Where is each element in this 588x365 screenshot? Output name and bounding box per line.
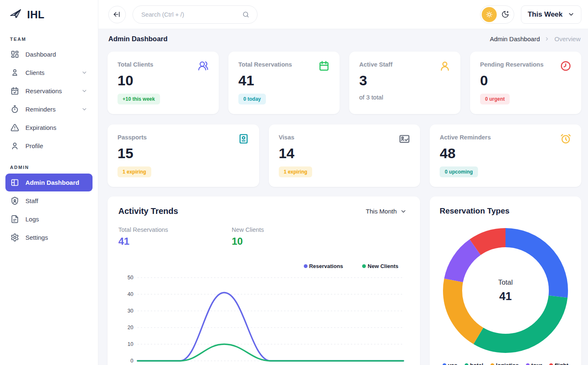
chevron-down-icon xyxy=(81,106,88,112)
donut-center-value: 41 xyxy=(499,290,512,303)
stat-label: Passports xyxy=(118,134,249,141)
sidebar-item-label: Reservations xyxy=(25,87,62,94)
sidebar-item-clients[interactable]: Clients xyxy=(5,64,93,82)
legend-label: flight xyxy=(555,362,568,365)
substat-total-reservations: Total Reservations 41 xyxy=(118,226,232,247)
file-text-icon xyxy=(10,215,19,223)
breadcrumb: Admin Dashboard Overview xyxy=(490,35,580,42)
sidebar-item-label: Dashboard xyxy=(25,51,56,58)
gear-icon xyxy=(10,233,19,242)
stat-card-active-reminders: Active Reminders 48 0 upcoming xyxy=(430,124,581,187)
stat-badge: 1 expiring xyxy=(279,166,313,177)
chevron-down-icon xyxy=(81,70,88,76)
svg-text:40: 40 xyxy=(128,291,133,297)
substat-value: 41 xyxy=(118,236,232,247)
stat-card-total-clients: Total Clients 10 +10 this week xyxy=(108,52,219,114)
passport-icon xyxy=(238,133,249,144)
stat-value: 48 xyxy=(440,146,571,160)
legend-item: New Clients xyxy=(362,263,398,269)
sidebar-item-expirations[interactable]: Expirations xyxy=(5,119,93,137)
substat-label: Total Reservations xyxy=(118,226,232,233)
sidebar-section-admin: ADMIN xyxy=(5,161,93,173)
stat-label: Visas xyxy=(279,134,410,141)
collapse-sidebar-button[interactable] xyxy=(108,6,126,23)
page-title: Admin Dashboard xyxy=(108,35,168,43)
stat-label: Total Reservations xyxy=(238,61,330,68)
reservation-types-card: Reservation Types Total 41 vashotellogis… xyxy=(430,196,581,365)
alarm-clock-icon xyxy=(560,133,571,144)
sidebar-item-logs[interactable]: Logs xyxy=(5,210,93,228)
sidebar-item-reminders[interactable]: Reminders xyxy=(5,100,93,118)
donut-legend-item: flight xyxy=(549,362,568,365)
light-mode-button[interactable] xyxy=(482,7,497,22)
dashboard-grid-icon xyxy=(10,50,19,59)
legend-label: logistics xyxy=(496,362,519,365)
activity-substats: Total Reservations 41 New Clients 10 xyxy=(118,226,409,247)
panel-layout-icon xyxy=(10,178,19,187)
stat-subtext: of 3 total xyxy=(359,94,450,101)
sidebar-item-admin-dashboard[interactable]: Admin Dashboard xyxy=(5,174,93,191)
sidebar-item-dashboard[interactable]: Dashboard xyxy=(5,45,93,63)
stats-row-2: Passports 15 1 expiring Visas 14 1 expir… xyxy=(108,124,581,187)
stat-badge: 0 urgent xyxy=(480,94,510,104)
arrow-left-from-line-icon xyxy=(113,10,121,18)
activity-period-dropdown[interactable]: This Month xyxy=(363,207,409,215)
stat-value: 15 xyxy=(118,146,249,160)
theme-toggle xyxy=(480,5,514,24)
stat-card-pending-reservations: Pending Reservations 0 0 urgent xyxy=(470,52,581,114)
sidebar-item-label: Settings xyxy=(25,234,48,241)
period-dropdown[interactable]: This Week xyxy=(521,5,581,24)
content: Admin Dashboard Admin Dashboard Overview… xyxy=(98,29,588,365)
dark-mode-button[interactable] xyxy=(498,7,513,22)
legend-dot xyxy=(362,264,366,268)
period-dropdown-value: This Week xyxy=(528,10,563,19)
sidebar-item-settings[interactable]: Settings xyxy=(5,228,93,246)
bottom-row: Activity Trends This Month Total Reserva… xyxy=(108,196,581,365)
sidebar-item-label: Clients xyxy=(25,69,45,76)
user-round-icon xyxy=(10,142,19,150)
chevron-down-icon xyxy=(81,88,88,94)
stat-card-visas: Visas 14 1 expiring xyxy=(269,124,420,187)
donut-legend-item: logistics xyxy=(490,362,519,365)
breadcrumb-current: Overview xyxy=(554,35,580,42)
stat-label: Active Staff xyxy=(359,61,450,68)
stat-label: Pending Reservations xyxy=(480,61,571,68)
sidebar-item-label: Staff xyxy=(25,197,38,204)
stats-row-1: Total Clients 10 +10 this week Total Res… xyxy=(108,52,581,114)
donut-center: Total 41 xyxy=(443,228,568,353)
sidebar-item-label: Admin Dashboard xyxy=(25,179,79,186)
activity-trends-card: Activity Trends This Month Total Reserva… xyxy=(108,196,420,365)
stat-value: 0 xyxy=(480,73,571,87)
legend-dot xyxy=(526,363,530,365)
substat-label: New Clients xyxy=(232,226,345,233)
stat-card-active-staff: Active Staff 3 of 3 total xyxy=(349,52,460,114)
main-area: This Week Admin Dashboard Admin Dashboar… xyxy=(98,0,588,365)
stat-label: Active Reminders xyxy=(440,134,571,141)
activity-line-chart: 50403020100 xyxy=(118,273,409,365)
search-icon xyxy=(242,11,250,18)
paper-plane-icon xyxy=(9,8,23,21)
activity-chart-legend: ReservationsNew Clients xyxy=(118,263,398,269)
stat-value: 41 xyxy=(238,73,330,87)
activity-period-value: This Month xyxy=(366,208,397,215)
svg-text:0: 0 xyxy=(130,358,133,364)
stat-card-passports: Passports 15 1 expiring xyxy=(108,124,259,187)
svg-text:10: 10 xyxy=(128,341,133,347)
sidebar-item-reservations[interactable]: Reservations xyxy=(5,82,93,100)
activity-trends-title: Activity Trends xyxy=(118,206,178,216)
stat-badge: 0 upcoming xyxy=(440,166,478,177)
legend-label: tour xyxy=(531,362,542,365)
sidebar-item-profile[interactable]: Profile xyxy=(5,137,93,155)
donut-legend: vashotellogisticstourflight xyxy=(440,362,571,365)
stat-card-total-reservations: Total Reservations 41 0 today xyxy=(228,52,340,114)
sidebar-item-staff[interactable]: Staff xyxy=(5,192,93,210)
sidebar-item-label: Reminders xyxy=(25,106,56,113)
stat-badge: +10 this week xyxy=(118,94,160,104)
legend-label: Reservations xyxy=(309,263,343,269)
users-icon xyxy=(198,60,209,72)
topbar: This Week xyxy=(98,0,588,29)
breadcrumb-parent[interactable]: Admin Dashboard xyxy=(490,35,540,42)
search-bar[interactable] xyxy=(133,5,258,24)
search-input[interactable] xyxy=(140,11,238,18)
stat-value: 3 xyxy=(359,73,450,87)
